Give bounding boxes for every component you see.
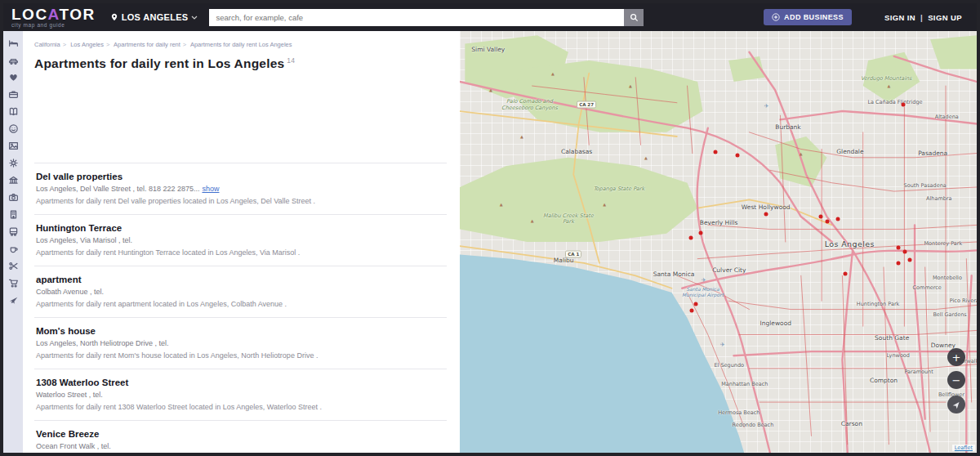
ocean bbox=[460, 254, 744, 453]
locate-button[interactable] bbox=[947, 396, 965, 414]
listing-description: Apartments for daily rent Huntington Ter… bbox=[36, 248, 445, 257]
map-marker[interactable] bbox=[826, 220, 830, 224]
listing-address: Waterloo Street , tel. bbox=[36, 391, 445, 399]
map-marker[interactable] bbox=[896, 246, 900, 250]
listing-item[interactable]: Del valle properties Los Angeles, Del Va… bbox=[34, 163, 447, 214]
results-count: 14 bbox=[287, 56, 295, 65]
sidebar-item-camera[interactable] bbox=[7, 192, 20, 203]
listing-address: Los Angeles, Del Valle Street , tel. 818… bbox=[36, 185, 445, 193]
map-marker[interactable] bbox=[694, 302, 698, 306]
add-business-button[interactable]: ADD BUSINESS bbox=[764, 9, 852, 25]
sidebar-item-shopping[interactable] bbox=[7, 278, 20, 288]
breadcrumb-link[interactable]: Apartments for daily rent bbox=[114, 41, 180, 48]
listing-description: Apartments for daily rent apartment loca… bbox=[36, 300, 445, 308]
add-business-label: ADD BUSINESS bbox=[784, 13, 844, 21]
sidebar-item-business[interactable] bbox=[7, 89, 20, 100]
sidebar-item-museums[interactable] bbox=[7, 175, 20, 186]
map-marker[interactable] bbox=[818, 215, 822, 219]
zoom-in-button[interactable]: + bbox=[947, 348, 965, 366]
top-bar: LOCATOR city map and guide LOS ANGELES A… bbox=[3, 3, 977, 31]
listing-item[interactable]: 1308 Waterloo Street Waterloo Street , t… bbox=[34, 369, 447, 420]
coffee-icon bbox=[8, 244, 19, 254]
listing-address: Los Angeles, Via Marisol , tel. bbox=[36, 236, 445, 244]
breadcrumb-link[interactable]: California bbox=[34, 41, 60, 48]
auth-separator: | bbox=[920, 13, 923, 22]
logo-text: LOCATOR bbox=[11, 7, 96, 22]
breadcrumb-link[interactable]: Apartments for daily rent Los Angeles bbox=[190, 41, 292, 48]
map[interactable]: Simi ValleyCalabasasBurbankGlendalePasad… bbox=[460, 31, 977, 453]
map-marker[interactable] bbox=[698, 231, 702, 235]
logo-accent-a: A bbox=[48, 6, 60, 23]
sidebar-item-services[interactable] bbox=[7, 261, 20, 271]
sidebar-item-hotels[interactable] bbox=[7, 38, 20, 48]
listing-address: Colbath Avenue , tel. bbox=[36, 288, 445, 296]
map-marker[interactable] bbox=[688, 235, 693, 239]
gear-icon bbox=[8, 158, 19, 168]
listing-description: Apartments for daily rent Del valle prop… bbox=[36, 197, 445, 205]
map-pin-icon bbox=[110, 12, 118, 22]
sidebar-item-settings[interactable] bbox=[7, 158, 20, 168]
listing-item[interactable]: Huntington Terrace Los Angeles, Via Mari… bbox=[34, 214, 447, 266]
listing-name[interactable]: apartment bbox=[36, 275, 445, 284]
leaflet-attribution[interactable]: Leaflet bbox=[952, 445, 975, 451]
listing-name[interactable]: Venice Breeze bbox=[36, 429, 445, 439]
chevron-down-icon bbox=[191, 16, 198, 20]
sidebar-item-favorites[interactable] bbox=[7, 72, 20, 83]
sidebar-item-transport[interactable] bbox=[7, 226, 20, 237]
sidebar-item-cafe[interactable] bbox=[7, 244, 20, 254]
listing-item[interactable]: Venice Breeze Ocean Front Walk , tel. Ap… bbox=[34, 420, 447, 453]
listing-address-text: Colbath Avenue , tel. bbox=[36, 288, 104, 296]
listing-name[interactable]: Mom's house bbox=[36, 326, 445, 336]
listing-list: Del valle properties Los Angeles, Del Va… bbox=[34, 163, 447, 453]
listing-address-text: Ocean Front Walk , tel. bbox=[36, 442, 111, 450]
sidebar-item-cars[interactable] bbox=[7, 55, 20, 65]
ad-placeholder bbox=[34, 71, 447, 163]
city-selector[interactable]: LOS ANGELES bbox=[110, 12, 198, 22]
sidebar-item-entertainment[interactable] bbox=[7, 123, 20, 134]
search-button[interactable] bbox=[624, 9, 644, 26]
car-icon bbox=[8, 55, 19, 65]
map-marker[interactable] bbox=[902, 102, 906, 106]
show-phone-link[interactable]: show bbox=[202, 185, 219, 193]
listing-description: Apartments for daily rent 1308 Waterloo … bbox=[36, 403, 445, 411]
search-input[interactable] bbox=[209, 9, 624, 26]
listing-item[interactable]: Mom's house Los Angeles, North Heliotrop… bbox=[34, 317, 447, 369]
picture-icon bbox=[8, 141, 19, 151]
sidebar-item-education[interactable] bbox=[7, 106, 20, 117]
breadcrumb-separator: > bbox=[63, 41, 66, 48]
listing-item[interactable]: apartment Colbath Avenue , tel. Apartmen… bbox=[34, 266, 447, 317]
page-title: Apartments for daily rent in Los Angeles… bbox=[34, 56, 447, 71]
map-marker[interactable] bbox=[690, 309, 694, 313]
search-icon bbox=[630, 13, 639, 22]
sidebar-item-travel[interactable] bbox=[7, 295, 20, 306]
map-marker[interactable] bbox=[844, 272, 848, 276]
listing-name[interactable]: 1308 Waterloo Street bbox=[36, 378, 445, 387]
listing-address-text: Los Angeles, North Heliotrope Drive , te… bbox=[36, 339, 169, 347]
bus-icon bbox=[8, 226, 19, 237]
map-marker[interactable] bbox=[903, 249, 907, 253]
map-marker[interactable] bbox=[907, 258, 911, 262]
listing-description: Apartments for daily rent Mom's house lo… bbox=[36, 351, 445, 360]
breadcrumb-link[interactable]: Los Angeles bbox=[70, 41, 104, 48]
map-marker[interactable] bbox=[764, 212, 768, 216]
search-bar bbox=[209, 9, 644, 26]
sidebar-item-photos[interactable] bbox=[7, 141, 20, 151]
park-areas bbox=[460, 35, 977, 242]
map-marker[interactable] bbox=[835, 217, 840, 221]
sign-in-link[interactable]: SIGN IN bbox=[884, 13, 915, 22]
sidebar-item-apartments[interactable] bbox=[7, 209, 20, 220]
listing-address-text: Waterloo Street , tel. bbox=[36, 391, 103, 399]
city-selector-label: LOS ANGELES bbox=[122, 12, 189, 22]
map-marker[interactable] bbox=[713, 150, 717, 154]
book-icon bbox=[8, 106, 19, 117]
bed-icon bbox=[8, 38, 19, 48]
logo[interactable]: LOCATOR city map and guide bbox=[11, 7, 96, 29]
sign-up-link[interactable]: SIGN UP bbox=[928, 13, 962, 22]
zoom-out-button[interactable]: − bbox=[947, 371, 965, 389]
museum-icon bbox=[8, 175, 19, 186]
map-marker[interactable] bbox=[735, 154, 739, 158]
breadcrumb: California> Los Angeles> Apartments for … bbox=[34, 41, 447, 48]
listing-name[interactable]: Huntington Terrace bbox=[36, 223, 445, 233]
listing-name[interactable]: Del valle properties bbox=[36, 172, 445, 181]
map-marker[interactable] bbox=[896, 261, 900, 265]
